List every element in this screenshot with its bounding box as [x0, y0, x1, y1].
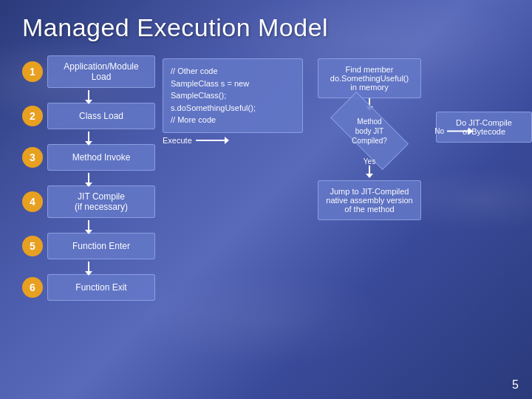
code-line3: s.doSomethingUseful();	[171, 102, 295, 115]
step-1-box: Application/ModuleLoad	[47, 55, 155, 88]
step-5-row: 5 Function Enter	[22, 233, 155, 259]
code-column: // Other code SampleClass s = new Sample…	[163, 58, 303, 145]
no-branch: No	[434, 127, 469, 135]
layout-container: 1 Application/ModuleLoad 2 Class Load 3 …	[22, 55, 510, 301]
page-number: 5	[512, 378, 519, 392]
diamond-text: Methodbody JITCompiled?	[352, 117, 387, 146]
arrow-down-icon	[88, 90, 89, 100]
flowchart-column: Find memberdo.SomethingUseful()in memory…	[310, 58, 429, 220]
step-2-row: 2 Class Load	[22, 103, 155, 129]
code-line2: SampleClass s = new SampleClass();	[171, 78, 295, 102]
diamond-area: Methodbody JITCompiled? No	[310, 107, 429, 154]
step-2-box: Class Load	[47, 103, 155, 129]
main-content: Managed Execution Model 1 Application/Mo…	[0, 0, 532, 314]
slide-title: Managed Execution Model	[22, 13, 510, 42]
no-arrow-icon	[447, 130, 469, 132]
execute-label: Execute	[163, 136, 192, 145]
arrow-4	[22, 218, 155, 233]
arrow-down-icon	[88, 262, 89, 272]
jump-box: Jump to JIT-Compilednative assembly vers…	[318, 180, 421, 220]
arrow-3	[22, 171, 155, 185]
code-line1: // Other code	[171, 65, 295, 78]
step-5-box: Function Enter	[47, 233, 155, 259]
arrow-down-icon	[88, 173, 89, 183]
arrow-2	[22, 129, 155, 144]
step-3-box: Method Invoke	[47, 144, 155, 171]
step-4-num: 4	[22, 191, 43, 212]
step-4-row: 4 JIT Compile(if necessary)	[22, 185, 155, 218]
steps-column: 1 Application/ModuleLoad 2 Class Load 3 …	[22, 55, 155, 301]
execute-arrow-icon	[196, 140, 225, 141]
no-label: No	[434, 127, 444, 135]
step-5-num: 5	[22, 236, 43, 256]
step-1-row: 1 Application/ModuleLoad	[22, 55, 155, 88]
step-6-row: 6 Function Exit	[22, 274, 155, 301]
yes-branch: Yes	[364, 154, 375, 174]
yes-label: Yes	[364, 157, 375, 166]
step-3-row: 3 Method Invoke	[22, 144, 155, 171]
code-line4: // More code	[171, 114, 295, 126]
find-member-box: Find memberdo.SomethingUseful()in memory	[318, 58, 421, 98]
step-6-box: Function Exit	[47, 274, 155, 301]
arrow-down-icon	[88, 132, 89, 142]
arrow-5	[22, 259, 155, 274]
execute-area: Execute	[163, 136, 303, 145]
step-3-num: 3	[22, 147, 43, 168]
step-6-num: 6	[22, 277, 43, 298]
step-2-num: 2	[22, 106, 43, 126]
code-box: // Other code SampleClass s = new Sample…	[163, 58, 303, 133]
flow-arrow-down-icon-2	[369, 166, 370, 174]
fc-arrow-2	[369, 166, 370, 174]
step-4-box: JIT Compile(if necessary)	[47, 185, 155, 218]
arrow-1	[22, 88, 155, 103]
step-1-num: 1	[22, 61, 43, 82]
arrow-down-icon	[88, 220, 89, 231]
